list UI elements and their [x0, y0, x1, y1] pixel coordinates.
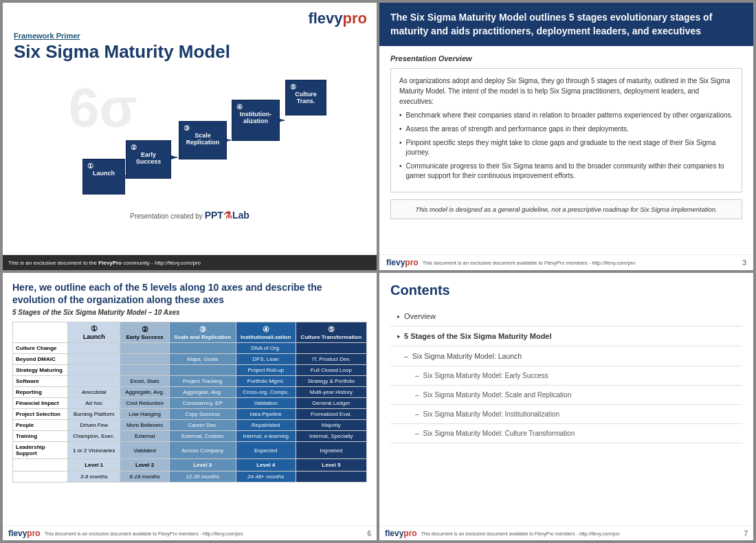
cell-dmaic-4: DFS, Lean: [236, 354, 296, 365]
bullet-4-text: Communicate progress to their Six Sigma …: [406, 162, 733, 181]
cell-project-3: Copy Success: [169, 409, 236, 420]
bullet-4: Communicate progress to their Six Sigma …: [399, 162, 733, 181]
bullet-3: Pinpoint specific steps they might take …: [399, 138, 733, 157]
slide-4: Contents ▸ Overview ▸ 5 Stages of the Si…: [379, 273, 753, 540]
slide3-title: Here, we outline each of the 5 levels al…: [12, 281, 367, 306]
row-financial-header: Financial Impact: [13, 398, 68, 409]
bullet-2-text: Assess the areas of strength and perform…: [406, 124, 630, 134]
slide2-header: The Six Sigma Maturity Model outlines 5 …: [379, 3, 753, 46]
cell-strategy-5: Full Closed Loop: [296, 365, 366, 376]
row-project-header: Project Selection: [13, 409, 68, 420]
cell-project-5: Formalized Eval.: [296, 409, 366, 420]
slide1-main-title: Six Sigma Maturity Model: [14, 41, 366, 63]
time-4: 24-48+ months: [236, 472, 296, 483]
cell-culture-1: [68, 343, 120, 354]
cell-software-3: Project Tracking: [169, 376, 236, 387]
slide-1: flevypro Framework Primer Six Sigma Matu…: [3, 3, 377, 270]
cell-culture-5: [296, 343, 366, 354]
slide2-footer-text: This document is an exclusive document a…: [423, 260, 636, 266]
credit-text: Presentation created by: [130, 212, 203, 220]
contents-5stages: ▸ 5 Stages of the Six Sigma Maturity Mod…: [390, 326, 742, 346]
row-leadership-header: Leadership Support: [13, 442, 68, 459]
th-col4: ④Institutionali-zation: [236, 322, 296, 343]
maturity-table: ①Launch ②Early Success ③Scale and Replic…: [12, 322, 367, 483]
bullet-1: Benchmark where their companies stand in…: [399, 111, 733, 120]
cell-leadership-3: Across Company: [169, 442, 236, 459]
cell-leadership-1: 1 or 2 Visionaries: [68, 442, 120, 459]
staircase-diagram: 6σ: [14, 69, 366, 207]
contents-launch: – Six Sigma Maturity Model: Launch: [390, 346, 742, 366]
cell-strategy-3: [169, 365, 236, 376]
th-col1: ①Launch: [68, 322, 120, 343]
flevy-logo: flevypro: [308, 10, 367, 27]
contents-overview: ▸ Overview: [390, 307, 742, 326]
cell-dmaic-3: Maps, Goals: [169, 354, 236, 365]
cell-culture-4: DNA of Org.: [236, 343, 296, 354]
cell-financial-2: Cost Reduction: [120, 398, 169, 409]
cell-reporting-4: Cross-org. Comps.: [236, 387, 296, 398]
stage-2-box: ② Early Success: [126, 140, 171, 179]
cell-financial-1: Ad hoc: [68, 398, 120, 409]
cell-dmaic-1: [68, 354, 120, 365]
table-row-software: Software Excel, Stats Project Tracking P…: [13, 376, 367, 387]
cell-people-4: Repatriated: [236, 420, 296, 431]
table-time-row: 3-9 months 6-18 months 12-36 months 24-4…: [13, 472, 367, 483]
level-1: Level 1: [68, 459, 120, 472]
cell-culture-3: [169, 343, 236, 354]
slide2-footer: flevypro This document is an exclusive d…: [379, 254, 753, 270]
cell-software-1: [68, 376, 120, 387]
row-people-header: People: [13, 420, 68, 431]
contents-scale: – Six Sigma Maturity Model: Scale and Re…: [390, 386, 742, 405]
contents-early-success: – Six Sigma Maturity Model: Early Succes…: [390, 366, 742, 386]
cell-project-4: Idea Pipeline: [236, 409, 296, 420]
time-2: 6-18 months: [120, 472, 169, 483]
cell-reporting-3: Aggregate, Avg.: [169, 387, 236, 398]
contents-culture: – Six Sigma Maturity Model: Culture Tran…: [390, 424, 742, 443]
contents-institution: – Six Sigma Maturity Model: Institutiona…: [390, 405, 742, 424]
cell-people-3: Career Dev.: [169, 420, 236, 431]
row-training-header: Training: [13, 431, 68, 442]
row-culture-header: Culture Change: [13, 343, 68, 354]
cell-reporting-1: Anecdotal: [68, 387, 120, 398]
table-row-reporting: Reporting Anecdotal Aggregate, Avg. Aggr…: [13, 387, 367, 398]
th-col3: ③Scale and Replication: [169, 322, 236, 343]
slide3-subtitle: 5 Stages of the Six Sigma Maturity Model…: [12, 309, 367, 316]
cell-culture-2: [120, 343, 169, 354]
contents-culture-text: Six Sigma Maturity Model: Culture Transf…: [423, 430, 575, 437]
cell-training-3: External, Custom: [169, 431, 236, 442]
cell-strategy-1: [68, 365, 120, 376]
th-col5: ⑤Culture Transformation: [296, 322, 366, 343]
table-row-training: Training Champion, Exec. External Extern…: [13, 431, 367, 442]
cell-people-2: More Believers: [120, 420, 169, 431]
bullet-overview: ▸: [397, 313, 400, 320]
time-1: 3-9 months: [68, 472, 120, 483]
level-4: Level 4: [236, 459, 296, 472]
pptlab-credit: Presentation created by PPT⚗Lab: [14, 210, 366, 221]
contents-early-success-text: Six Sigma Maturity Model: Early Success: [423, 372, 548, 379]
slide4-footer-logo: flevypro: [385, 529, 417, 538]
slide2-footer-logo: flevypro: [386, 258, 419, 267]
cell-leadership-5: Ingrained: [296, 442, 366, 459]
th-axes: [13, 322, 68, 343]
row-strategy-header: Strategy Maturing: [13, 365, 68, 376]
cell-dmaic-2: [120, 354, 169, 365]
slide-3: Here, we outline each of the 5 levels al…: [3, 273, 377, 540]
bullet-1-text: Benchmark where their companies stand in…: [406, 111, 733, 120]
framework-primer-label: Framework Primer: [14, 32, 366, 40]
table-header-row: ①Launch ②Early Success ③Scale and Replic…: [13, 322, 367, 343]
level-header-empty: [13, 459, 68, 472]
description-text: As organizations adopt and deploy Six Si…: [399, 76, 733, 107]
stage-1-box: ① Launch: [82, 159, 125, 195]
row-software-header: Software: [13, 376, 68, 387]
table-row-dmaic: Beyond DMAIC Maps, Goals DFS, Lean IT, P…: [13, 354, 367, 365]
cell-financial-5: General Ledger: [296, 398, 366, 409]
stage-3-box: ③ Scale Replication: [179, 121, 227, 159]
cell-training-2: External: [120, 431, 169, 442]
row-reporting-header: Reporting: [13, 387, 68, 398]
cell-people-5: Majority: [296, 420, 366, 431]
th-col2: ②Early Success: [120, 322, 169, 343]
cell-project-2: Low Hanging: [120, 409, 169, 420]
cell-leadership-4: Expected: [236, 442, 296, 459]
slide3-footer-text: This document is an exclusive document a…: [45, 531, 243, 536]
table-row-project: Project Selection Burning Platform Low H…: [13, 409, 367, 420]
